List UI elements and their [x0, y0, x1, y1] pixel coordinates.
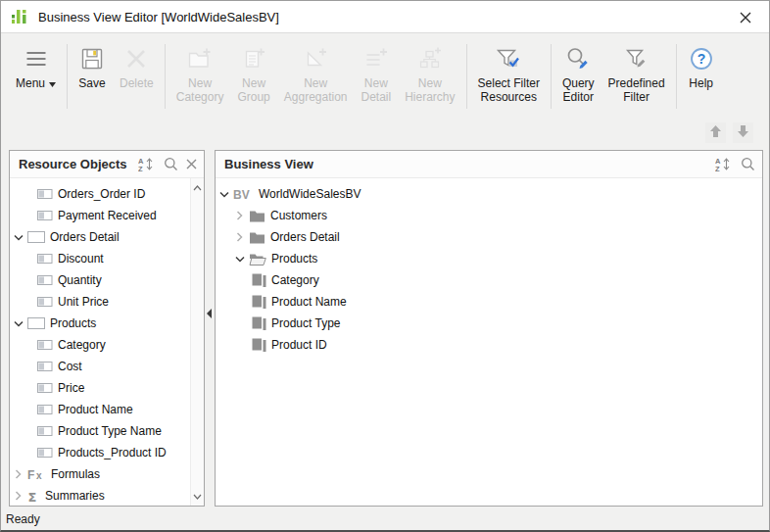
toolbar-separator — [676, 44, 677, 109]
business-view-sort-az-icon[interactable]: AZ — [715, 157, 733, 171]
tree-node-label: Products_Product ID — [58, 446, 167, 459]
resource-objects-sort-az-icon[interactable]: AZ — [138, 157, 156, 171]
tree-node-product-name[interactable]: Product Name — [216, 291, 762, 313]
folder-closed-icon — [249, 209, 265, 222]
move-down-icon — [737, 124, 749, 142]
tree-node-label: Orders_Order ID — [58, 187, 145, 201]
query-editor-icon — [564, 45, 592, 73]
tree-node-label: Cost — [58, 360, 82, 373]
field-icon — [37, 187, 53, 201]
tree-node-product-type-name[interactable]: Product Type Name — [10, 420, 191, 442]
status-bar: Ready — [1, 508, 769, 530]
tree-node-orders-detail[interactable]: Orders Detail — [10, 226, 191, 248]
tree-node-label: Products — [271, 252, 317, 266]
tree-node-products[interactable]: Products — [216, 248, 762, 269]
collapse-left-icon — [207, 309, 213, 318]
business-view-tree: BVWorldWideSalesBVCustomersOrders Detail… — [216, 178, 762, 506]
tree-node-product-name[interactable]: Product Name — [10, 399, 191, 420]
tree-node-label: Orders Detail — [270, 230, 340, 244]
toolbar-separator — [466, 44, 467, 109]
tree-node-category[interactable]: Category — [216, 269, 762, 291]
tree-node-products-product-id[interactable]: Products_Product ID — [10, 442, 191, 463]
tree-node-formulas[interactable]: FxFormulas — [10, 463, 191, 485]
tree-node-worldwidesalesbv[interactable]: BVWorldWideSalesBV — [216, 183, 762, 205]
resource-objects-tree: Orders_Order IDPayment ReceivedOrders De… — [10, 178, 191, 506]
field-icon — [37, 424, 53, 438]
business-view-search-icon[interactable] — [741, 157, 755, 171]
scroll-up-icon[interactable] — [191, 180, 204, 195]
svg-text:Σ: Σ — [28, 489, 37, 504]
tree-node-quantity[interactable]: Quantity — [10, 269, 191, 291]
tree-node-unit-price[interactable]: Unit Price — [10, 291, 191, 313]
new-category-label: New — [188, 76, 212, 90]
tree-node-payment-received[interactable]: Payment Received — [10, 205, 191, 226]
query-editor-label: Query — [562, 76, 595, 90]
tree-node-customers[interactable]: Customers — [216, 205, 762, 226]
tree-node-label: Quantity — [58, 273, 102, 287]
tree-node-label: Product Type Name — [58, 424, 162, 438]
status-text: Ready — [6, 512, 40, 526]
new-group-label: Group — [237, 90, 269, 104]
new-category-button: NewCategory — [169, 42, 231, 104]
tree-node-products[interactable]: Products — [10, 313, 191, 334]
tree-node-category[interactable]: Category — [10, 334, 191, 356]
save-label: Save — [78, 76, 105, 90]
chevron-expanded-icon[interactable] — [219, 190, 233, 199]
detail-object-icon — [252, 273, 266, 287]
detail-object-icon — [252, 316, 266, 330]
tree-node-discount[interactable]: Discount — [10, 248, 191, 269]
chevron-expanded-icon[interactable] — [14, 319, 27, 328]
new-category-label: Category — [176, 90, 224, 104]
select-filter-resources-icon — [495, 45, 522, 73]
svg-text:BV: BV — [233, 188, 250, 201]
new-group-button: NewGroup — [230, 42, 276, 104]
new-hierarchy-icon — [416, 45, 444, 73]
window-close-button[interactable] — [732, 6, 759, 29]
svg-text:Z: Z — [138, 165, 143, 172]
chevron-collapsed-icon[interactable] — [235, 211, 249, 220]
tree-node-product-type[interactable]: Product Type — [216, 313, 762, 334]
chevron-collapsed-icon[interactable] — [14, 491, 27, 501]
chevron-collapsed-icon[interactable] — [14, 469, 27, 479]
scroll-down-icon[interactable] — [191, 489, 204, 504]
help-button[interactable]: ?Help — [681, 42, 722, 90]
move-up-button[interactable] — [705, 122, 726, 143]
select-filter-resources-button[interactable]: Select FilterResources — [471, 42, 547, 104]
move-down-button[interactable] — [733, 122, 753, 143]
tree-node-price[interactable]: Price — [10, 377, 191, 399]
predefined-filter-button[interactable]: PredefinedFilter — [602, 42, 672, 104]
tree-node-cost[interactable]: Cost — [10, 356, 191, 377]
chevron-collapsed-icon[interactable] — [235, 232, 249, 242]
delete-button: Delete — [113, 42, 161, 90]
new-hierarchy-label: New — [418, 76, 442, 90]
tree-node-summaries[interactable]: ΣSummaries — [10, 485, 191, 506]
new-aggregation-label: Aggregation — [284, 90, 348, 104]
menu-button[interactable]: Menu — [9, 42, 63, 90]
tree-node-orders-order-id[interactable]: Orders_Order ID — [10, 183, 191, 205]
query-editor-button[interactable]: QueryEditor — [555, 42, 602, 104]
save-button[interactable]: Save — [72, 42, 113, 90]
new-detail-icon — [362, 45, 390, 73]
save-icon — [78, 45, 106, 73]
tree-node-label: Category — [271, 273, 319, 287]
field-icon — [37, 446, 53, 459]
field-icon — [37, 209, 53, 222]
folder-closed-icon — [249, 230, 265, 244]
tree-node-label: Payment Received — [58, 209, 157, 222]
tree-node-label: Product Name — [58, 403, 133, 416]
left-panel-scrollbar[interactable] — [190, 178, 204, 506]
resource-objects-close-icon[interactable] — [186, 159, 197, 169]
tree-node-product-id[interactable]: Product ID — [216, 334, 762, 356]
chevron-expanded-icon[interactable] — [14, 233, 27, 242]
tree-node-label: Product ID — [271, 338, 327, 352]
tree-node-orders-detail[interactable]: Orders Detail — [216, 226, 762, 248]
chevron-expanded-icon[interactable] — [235, 255, 249, 264]
svg-text:x: x — [36, 470, 42, 481]
panel-splitter-handle[interactable] — [206, 307, 214, 320]
title-bar: Business View Editor [WorldWideSalesBV] — [1, 1, 769, 33]
field-icon — [37, 360, 53, 373]
field-icon — [37, 381, 53, 395]
resource-objects-header: Resource Objects AZ — [10, 151, 204, 178]
formula-icon: Fx — [27, 467, 46, 481]
resource-objects-search-icon[interactable] — [164, 157, 178, 171]
